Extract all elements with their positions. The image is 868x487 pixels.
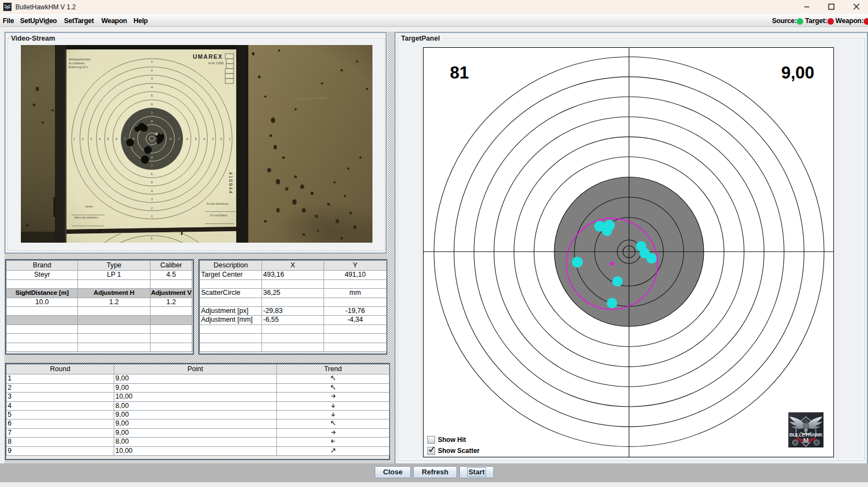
svg-text:81: 81: [450, 63, 469, 82]
svg-text:9,00: 9,00: [781, 63, 814, 82]
svg-text:M: M: [803, 437, 809, 445]
